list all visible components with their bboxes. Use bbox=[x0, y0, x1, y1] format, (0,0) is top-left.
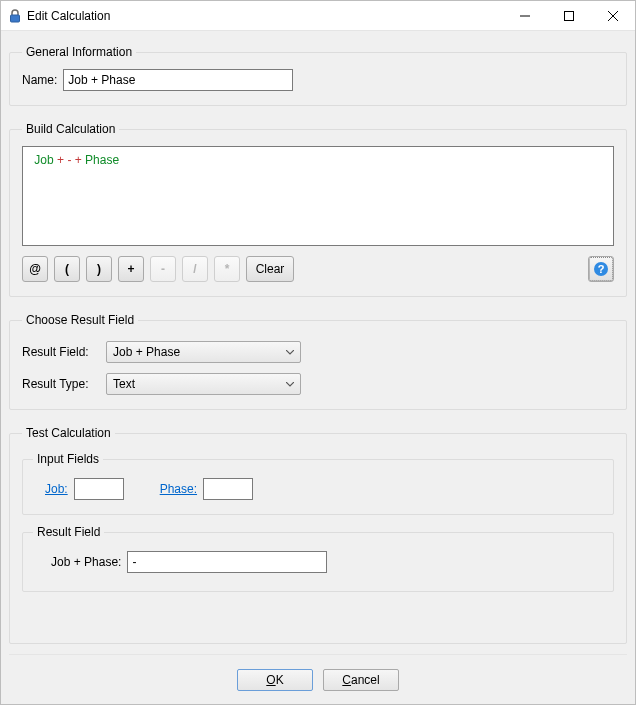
cancel-button[interactable]: Cancel bbox=[323, 669, 399, 691]
choose-result-field-group: Choose Result Field Result Field: Job + … bbox=[9, 313, 627, 410]
maximize-button[interactable] bbox=[547, 1, 591, 31]
result-type-value: Text bbox=[113, 377, 135, 391]
chevron-down-icon bbox=[286, 345, 294, 359]
titlebar: Edit Calculation bbox=[1, 1, 635, 31]
minus-button[interactable]: - bbox=[150, 256, 176, 282]
rparen-button[interactable]: ) bbox=[86, 256, 112, 282]
calc-token-field: Job bbox=[34, 153, 53, 167]
result-field-output[interactable] bbox=[127, 551, 327, 573]
content-area: General Information Name: Build Calculat… bbox=[1, 31, 635, 704]
input-fields-group: Input Fields Job: Phase: bbox=[22, 452, 614, 515]
calculation-editor[interactable]: Job + - + Phase bbox=[22, 146, 614, 246]
calc-token-op: + bbox=[75, 153, 82, 167]
result-type-label: Result Type: bbox=[22, 377, 102, 391]
footer-buttons: OK Cancel bbox=[9, 654, 627, 694]
name-input[interactable] bbox=[63, 69, 293, 91]
job-input[interactable] bbox=[74, 478, 124, 500]
result-type-select[interactable]: Text bbox=[106, 373, 301, 395]
result-field-legend: Result Field bbox=[33, 525, 104, 539]
result-field-group: Result Field Job + Phase: bbox=[22, 525, 614, 592]
build-calculation-legend: Build Calculation bbox=[22, 122, 119, 136]
calc-token-op: + bbox=[57, 153, 64, 167]
job-link[interactable]: Job: bbox=[45, 482, 68, 496]
help-icon: ? bbox=[593, 261, 609, 277]
phase-link[interactable]: Phase: bbox=[160, 482, 197, 496]
slash-button[interactable]: / bbox=[182, 256, 208, 282]
minimize-button[interactable] bbox=[503, 1, 547, 31]
star-button[interactable]: * bbox=[214, 256, 240, 282]
at-button[interactable]: @ bbox=[22, 256, 48, 282]
svg-rect-0 bbox=[11, 15, 20, 22]
input-fields-legend: Input Fields bbox=[33, 452, 103, 466]
clear-button[interactable]: Clear bbox=[246, 256, 294, 282]
calc-button-row: @ ( ) + - / * Clear ? bbox=[22, 256, 614, 282]
result-field-select[interactable]: Job + Phase bbox=[106, 341, 301, 363]
svg-rect-1 bbox=[565, 11, 574, 20]
test-calculation-legend: Test Calculation bbox=[22, 426, 115, 440]
help-button[interactable]: ? bbox=[588, 256, 614, 282]
result-field-output-label: Job + Phase: bbox=[51, 555, 121, 569]
name-label: Name: bbox=[22, 73, 57, 87]
choose-result-field-legend: Choose Result Field bbox=[22, 313, 138, 327]
ok-button[interactable]: OK bbox=[237, 669, 313, 691]
result-field-label: Result Field: bbox=[22, 345, 102, 359]
test-calculation-group: Test Calculation Input Fields Job: Phase… bbox=[9, 426, 627, 644]
close-button[interactable] bbox=[591, 1, 635, 31]
svg-text:?: ? bbox=[598, 263, 605, 275]
calc-token-field: Phase bbox=[85, 153, 119, 167]
plus-button[interactable]: + bbox=[118, 256, 144, 282]
phase-input[interactable] bbox=[203, 478, 253, 500]
lparen-button[interactable]: ( bbox=[54, 256, 80, 282]
general-information-group: General Information Name: bbox=[9, 45, 627, 106]
general-information-legend: General Information bbox=[22, 45, 136, 59]
chevron-down-icon bbox=[286, 377, 294, 391]
window-title: Edit Calculation bbox=[27, 9, 110, 23]
result-field-value: Job + Phase bbox=[113, 345, 180, 359]
build-calculation-group: Build Calculation Job + - + Phase @ ( ) … bbox=[9, 122, 627, 297]
lock-icon bbox=[9, 9, 21, 23]
